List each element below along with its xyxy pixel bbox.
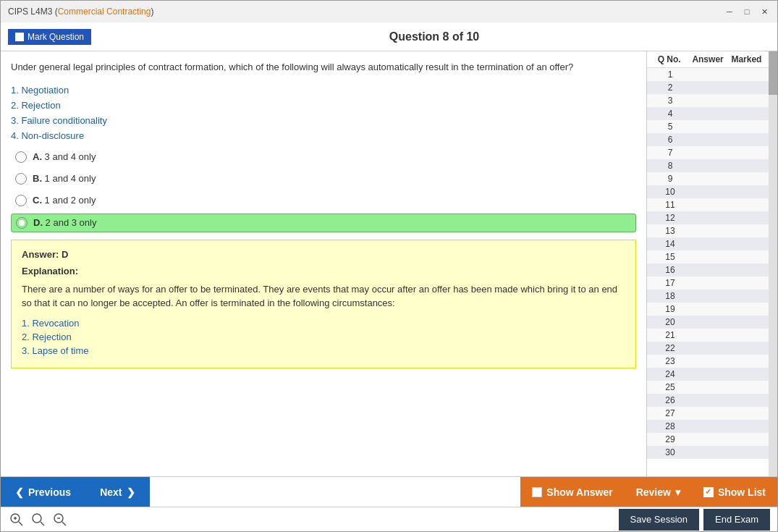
mark-question-label: Mark Question bbox=[28, 32, 84, 42]
radio-b bbox=[15, 173, 27, 185]
explanation-item-1: 1. Revocation bbox=[22, 318, 625, 329]
radio-c bbox=[15, 195, 27, 206]
header-marked: Marked bbox=[729, 54, 764, 64]
question-text: Under general legal principles of contra… bbox=[11, 60, 636, 75]
zoom-in-icon bbox=[9, 512, 24, 527]
table-row: 24 bbox=[647, 368, 769, 381]
scrollbar-thumb[interactable] bbox=[769, 51, 777, 95]
save-session-button[interactable]: Save Session bbox=[619, 509, 700, 531]
zoom-out-icon bbox=[53, 512, 67, 527]
table-row: 21 bbox=[647, 329, 769, 342]
table-row: 5 bbox=[647, 120, 769, 133]
zoom-reset-icon bbox=[31, 512, 46, 527]
table-row: 11 bbox=[647, 198, 769, 211]
list-item: 1. Negotiation bbox=[11, 85, 636, 96]
maximize-button[interactable]: □ bbox=[741, 6, 753, 17]
explanation-item-2: 2. Rejection bbox=[22, 332, 625, 342]
table-row: 14 bbox=[647, 237, 769, 250]
end-exam-button[interactable]: End Exam bbox=[703, 509, 770, 531]
option-d-label: D. 2 and 3 only bbox=[33, 217, 96, 228]
table-row: 28 bbox=[647, 420, 769, 433]
option-c-label: C. 1 and 2 only bbox=[33, 195, 96, 206]
list-item: 4. Non-disclosure bbox=[11, 130, 636, 141]
sidebar-container: Q No. Answer Marked 1 2 3 4 5 6 7 8 9 10… bbox=[647, 51, 777, 476]
app-window: CIPS L4M3 (Commercial Contracting) ─ □ ✕… bbox=[0, 0, 778, 532]
option-a[interactable]: A. 3 and 4 only bbox=[11, 148, 636, 166]
table-row: 2 bbox=[647, 81, 769, 94]
list-item: 3. Failure conditionality bbox=[11, 115, 636, 126]
explanation-item-3: 3. Lapse of time bbox=[22, 345, 625, 356]
table-row: 26 bbox=[647, 394, 769, 407]
previous-label: Previous bbox=[28, 486, 71, 498]
next-button[interactable]: Next bbox=[85, 477, 149, 507]
review-label: Review bbox=[636, 486, 671, 498]
explanation-text: There are a number of ways for an offer … bbox=[22, 282, 625, 311]
svg-line-5 bbox=[41, 522, 44, 525]
table-row: 30 bbox=[647, 446, 769, 459]
explanation-label: Explanation: bbox=[22, 266, 625, 276]
mark-question-button[interactable]: Mark Question bbox=[8, 29, 91, 45]
close-button[interactable]: ✕ bbox=[758, 6, 770, 17]
header-answer: Answer bbox=[690, 54, 725, 64]
table-row: 6 bbox=[647, 133, 769, 146]
bottom-bar: Previous Next Show Answer Review ▾ ✓ Sho… bbox=[1, 476, 777, 507]
answer-box: Answer: D Explanation: There are a numbe… bbox=[11, 240, 636, 368]
option-b-label: B. 1 and 4 only bbox=[33, 173, 96, 184]
titlebar: CIPS L4M3 (Commercial Contracting) ─ □ ✕ bbox=[1, 1, 777, 22]
option-b[interactable]: B. 1 and 4 only bbox=[11, 170, 636, 187]
question-title: Question 8 of 10 bbox=[98, 30, 770, 43]
table-row: 9 bbox=[647, 172, 769, 185]
table-row: 8 bbox=[647, 159, 769, 172]
main-content: Under general legal principles of contra… bbox=[1, 51, 777, 476]
svg-line-3 bbox=[19, 522, 22, 525]
svg-line-8 bbox=[62, 522, 66, 525]
numbered-items: 1. Negotiation 2. Rejection 3. Failure c… bbox=[11, 85, 636, 141]
table-row: 15 bbox=[647, 250, 769, 263]
radio-d bbox=[16, 217, 28, 229]
prev-arrow-icon bbox=[15, 486, 24, 498]
review-arrow-icon: ▾ bbox=[675, 486, 680, 498]
zoom-reset-button[interactable] bbox=[30, 511, 47, 528]
show-answer-icon bbox=[532, 487, 542, 497]
option-c[interactable]: C. 1 and 2 only bbox=[11, 192, 636, 209]
minimize-button[interactable]: ─ bbox=[724, 6, 735, 17]
next-label: Next bbox=[100, 486, 122, 498]
table-row: 7 bbox=[647, 146, 769, 159]
show-list-label: Show List bbox=[718, 486, 766, 498]
review-button[interactable]: Review ▾ bbox=[625, 477, 692, 507]
table-row: 22 bbox=[647, 342, 769, 355]
option-a-label: A. 3 and 4 only bbox=[33, 151, 96, 162]
window-controls: ─ □ ✕ bbox=[724, 6, 770, 17]
list-item: 2. Rejection bbox=[11, 100, 636, 111]
table-row: 12 bbox=[647, 211, 769, 224]
show-answer-button[interactable]: Show Answer bbox=[520, 477, 624, 507]
radio-a bbox=[15, 151, 27, 163]
table-row: 17 bbox=[647, 276, 769, 290]
table-row: 19 bbox=[647, 303, 769, 316]
sidebar-scrollbar[interactable] bbox=[769, 51, 777, 476]
table-row: 25 bbox=[647, 381, 769, 394]
table-row: 27 bbox=[647, 407, 769, 420]
answer-label: Answer: D bbox=[22, 249, 625, 260]
zoom-in-button[interactable] bbox=[8, 511, 25, 528]
table-row: 4 bbox=[647, 107, 769, 120]
table-row: 13 bbox=[647, 224, 769, 237]
show-list-checkbox-icon: ✓ bbox=[703, 487, 714, 497]
next-arrow-icon bbox=[127, 486, 135, 498]
answer-options: A. 3 and 4 only B. 1 and 4 only C. 1 and… bbox=[11, 148, 636, 232]
toolbar: Mark Question Question 8 of 10 bbox=[1, 22, 777, 51]
previous-button[interactable]: Previous bbox=[1, 477, 85, 507]
sidebar-header: Q No. Answer Marked bbox=[647, 51, 769, 68]
option-d[interactable]: D. 2 and 3 only bbox=[11, 214, 636, 232]
table-row: 3 bbox=[647, 94, 769, 107]
sidebar: Q No. Answer Marked 1 2 3 4 5 6 7 8 9 10… bbox=[647, 51, 769, 476]
table-row: 16 bbox=[647, 263, 769, 276]
table-row: 29 bbox=[647, 433, 769, 446]
question-area: Under general legal principles of contra… bbox=[1, 51, 647, 476]
table-row: 1 bbox=[647, 68, 769, 81]
zoom-out-button[interactable] bbox=[51, 511, 69, 528]
show-list-button[interactable]: ✓ Show List bbox=[692, 477, 777, 507]
table-row: 23 bbox=[647, 355, 769, 368]
header-qno: Q No. bbox=[651, 54, 687, 64]
sidebar-scroll[interactable]: 1 2 3 4 5 6 7 8 9 10 11 12 13 14 15 16 1 bbox=[647, 68, 769, 476]
